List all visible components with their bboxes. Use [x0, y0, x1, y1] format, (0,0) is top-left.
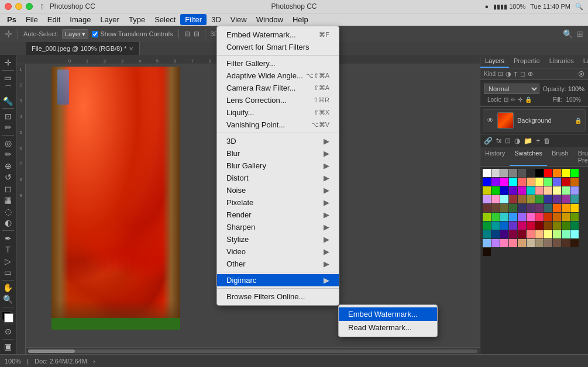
zoom-tool-btn[interactable]: 🔍: [1, 294, 15, 304]
color-swatch-35[interactable]: [500, 195, 508, 203]
color-swatch-40[interactable]: [544, 195, 552, 203]
clone-stamp-btn[interactable]: ⊕: [1, 161, 15, 171]
color-swatch-26[interactable]: [518, 186, 526, 195]
tab-file[interactable]: File_000.jpeg @ 100% (RGB/8) * ✕: [26, 42, 140, 55]
close-button[interactable]: [5, 3, 12, 10]
tab-layers[interactable]: Layers: [480, 55, 509, 68]
color-swatch-93[interactable]: [527, 239, 535, 247]
path-select-btn[interactable]: ▷: [1, 256, 15, 266]
lock-transparent-icon[interactable]: ⊡: [504, 96, 508, 103]
menu-ps[interactable]: Ps: [2, 14, 21, 25]
filter-other[interactable]: Other ▶: [217, 258, 339, 270]
filter-embed-watermark-top[interactable]: Embed Watermark... ⌘F: [217, 29, 339, 41]
opacity-value[interactable]: 100%: [568, 85, 584, 92]
filter-adjust-icon[interactable]: ◑: [506, 70, 511, 78]
scroll-track-h[interactable]: [28, 349, 477, 353]
color-swatch-82[interactable]: [527, 230, 535, 238]
color-swatch-33[interactable]: [483, 195, 491, 203]
layer-link-icon[interactable]: 🔗: [484, 137, 493, 145]
layer-add-icon[interactable]: +: [536, 137, 540, 145]
color-swatch-25[interactable]: [509, 186, 517, 195]
color-swatch-90[interactable]: [500, 239, 508, 247]
menu-type[interactable]: Type: [124, 14, 150, 25]
menu-window[interactable]: Window: [252, 14, 288, 25]
tab-history[interactable]: History: [480, 147, 510, 166]
color-swatch-57[interactable]: [500, 213, 508, 221]
color-swatch-77[interactable]: [483, 230, 491, 238]
minimize-button[interactable]: [15, 3, 22, 10]
color-swatch-60[interactable]: [527, 213, 535, 221]
maximize-button[interactable]: [26, 3, 33, 10]
tab-layercomp[interactable]: Layer Co: [579, 55, 588, 68]
layer-adjust-icon[interactable]: ◑: [514, 137, 520, 145]
menu-image[interactable]: Image: [65, 14, 95, 25]
search-panel-icon[interactable]: 🔍: [563, 29, 573, 39]
filter-digimarc[interactable]: Digimarc ▶: [217, 274, 339, 286]
color-swatch-78[interactable]: [491, 230, 500, 238]
menu-view[interactable]: View: [226, 14, 252, 25]
color-swatch-2[interactable]: [500, 169, 508, 177]
color-swatch-74[interactable]: [553, 221, 561, 230]
color-swatch-62[interactable]: [544, 213, 552, 221]
filter-blur[interactable]: Blur ▶: [217, 147, 339, 160]
color-swatch-63[interactable]: [553, 213, 561, 221]
color-swatch-38[interactable]: [527, 195, 535, 203]
filter-smart-icon[interactable]: ⊕: [528, 70, 533, 78]
color-swatch-99[interactable]: [483, 248, 491, 256]
lock-position-icon[interactable]: ✛: [518, 96, 522, 103]
show-transform-checkbox-label[interactable]: Show Transform Controls: [92, 30, 173, 37]
color-swatch-85[interactable]: [553, 230, 561, 238]
color-swatch-68[interactable]: [500, 221, 508, 230]
text-tool-btn[interactable]: T: [1, 244, 15, 255]
color-swatch-91[interactable]: [509, 239, 517, 247]
menu-file[interactable]: File: [21, 14, 43, 25]
quick-select-btn[interactable]: 🔦: [1, 96, 15, 106]
filter-shape-icon[interactable]: ◻: [520, 70, 525, 78]
color-swatch-32[interactable]: [570, 186, 579, 195]
filter-stylize[interactable]: Stylize ▶: [217, 233, 339, 245]
filter-noise[interactable]: Noise ▶: [217, 184, 339, 196]
color-swatch-54[interactable]: [570, 204, 579, 212]
filter-dropdown-menu[interactable]: Embed Watermark... ⌘F Convert for Smart …: [216, 26, 339, 306]
filter-3d[interactable]: 3D ▶: [217, 135, 339, 147]
color-swatch-11[interactable]: [483, 178, 491, 186]
menu-filter[interactable]: Filter: [180, 14, 207, 25]
color-swatch-13[interactable]: [500, 178, 508, 186]
crop-tool-btn[interactable]: ⊡: [1, 111, 15, 122]
filter-vanishing[interactable]: Vanishing Point... ⌥⌘V: [217, 119, 339, 131]
color-swatch-80[interactable]: [509, 230, 517, 238]
submenu-read-watermark[interactable]: Read Watermark...: [339, 321, 437, 334]
auto-select-dropdown[interactable]: Layer ▾: [62, 29, 89, 39]
color-swatch-71[interactable]: [527, 221, 535, 230]
filter-camera-raw[interactable]: Camera Raw Filter... ⇧⌘A: [217, 82, 339, 94]
color-swatch-43[interactable]: [570, 195, 579, 203]
color-swatch-89[interactable]: [491, 239, 500, 247]
filter-pixel-icon[interactable]: ⊡: [498, 70, 503, 78]
filter-browse-online[interactable]: Browse Filters Online...: [217, 290, 339, 303]
pen-tool-btn[interactable]: ✒: [1, 233, 15, 244]
color-swatch-15[interactable]: [518, 178, 526, 186]
color-swatch-70[interactable]: [518, 221, 526, 230]
color-swatch-52[interactable]: [553, 204, 561, 212]
menu-select[interactable]: Select: [150, 14, 180, 25]
dodge-tool-btn[interactable]: ◐: [1, 218, 15, 228]
filter-pixelate[interactable]: Pixelate ▶: [217, 196, 339, 209]
color-swatch-81[interactable]: [518, 230, 526, 238]
color-swatch-21[interactable]: [570, 178, 579, 186]
eyedropper-btn[interactable]: ✏: [1, 123, 15, 133]
color-swatch-66[interactable]: [483, 221, 491, 230]
color-swatch-1[interactable]: [491, 169, 500, 177]
filter-toggle-icon[interactable]: ⦿: [578, 71, 584, 78]
layer-delete-icon[interactable]: 🗑: [544, 137, 551, 145]
screen-mode-btn[interactable]: ▣: [1, 342, 15, 352]
color-swatch-12[interactable]: [491, 178, 500, 186]
color-swatch-59[interactable]: [518, 213, 526, 221]
color-swatch-94[interactable]: [535, 239, 544, 247]
foreground-color-swatch[interactable]: [2, 311, 15, 320]
color-swatch-10[interactable]: [570, 169, 579, 177]
tab-swatches[interactable]: Swatches: [510, 147, 547, 166]
menu-layer[interactable]: Layer: [95, 14, 124, 25]
color-swatch-65[interactable]: [570, 213, 579, 221]
color-swatch-8[interactable]: [553, 169, 561, 177]
layer-background[interactable]: 👁 Background 🔒: [483, 109, 586, 131]
